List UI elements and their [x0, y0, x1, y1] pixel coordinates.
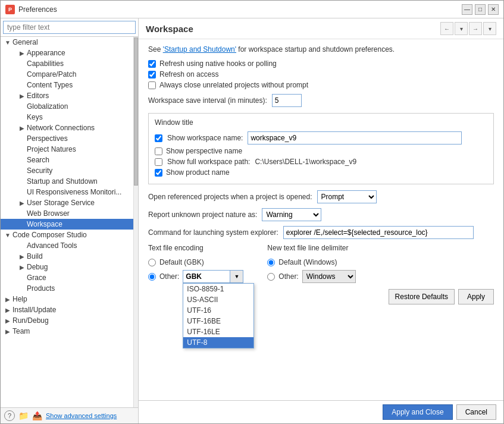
delimiter-default-radio[interactable] [267, 259, 275, 266]
minimize-button[interactable]: — [462, 4, 472, 15]
delimiter-other-select[interactable]: Windows Unix Mac [302, 270, 356, 283]
info-prefix: See [148, 45, 163, 54]
sidebar-item-debug[interactable]: ▶ Debug [1, 262, 133, 272]
search-input[interactable] [3, 21, 136, 34]
apply-close-button[interactable]: Apply and Close [383, 404, 452, 420]
always-close-checkbox[interactable] [148, 81, 156, 89]
encoding-option-utf16[interactable]: UTF-16 [183, 305, 253, 316]
sidebar-item-keys[interactable]: Keys [1, 112, 133, 123]
encoding-default-row: Default (GBK) [148, 258, 243, 266]
forward-dropdown-button[interactable]: ▾ [483, 22, 496, 35]
sidebar-label-network: Network Connections [27, 124, 95, 132]
sidebar-item-build[interactable]: ▶ Build [1, 251, 133, 262]
sidebar-item-general[interactable]: ▼ General [1, 37, 133, 48]
delimiter-other-radio[interactable] [267, 273, 275, 281]
sidebar-item-editors[interactable]: ▶ Editors [1, 90, 133, 101]
forward-button[interactable]: → [469, 22, 482, 35]
sidebar-item-user-storage[interactable]: ▶ User Storage Service [1, 197, 133, 208]
restore-defaults-button[interactable]: Restore Defaults [389, 289, 455, 304]
scrollbar-thumb[interactable] [134, 37, 138, 186]
encoding-option-utf8[interactable]: UTF-8 [183, 337, 253, 348]
close-button[interactable]: ✕ [488, 4, 499, 15]
expand-icon: ▶ [17, 50, 27, 56]
show-full-path-label: Show full workspace path: [167, 158, 250, 166]
show-product-checkbox[interactable] [155, 169, 162, 177]
save-interval-input[interactable] [272, 94, 302, 107]
sidebar-item-startup[interactable]: Startup and Shutdown [1, 176, 133, 187]
sidebar-item-products[interactable]: Products [1, 283, 133, 294]
expand-icon: ▶ [3, 307, 12, 313]
sidebar-item-capabilities[interactable]: Capabilities [1, 58, 133, 69]
sidebar-item-code-composer[interactable]: ▼ Code Composer Studio [1, 230, 133, 240]
sidebar-label-ui: UI Responsiveness Monitori... [27, 188, 121, 196]
sidebar-label-perspectives: Perspectives [27, 134, 68, 143]
maximize-button[interactable]: □ [475, 4, 486, 15]
delimiter-other-label: Other: [278, 272, 298, 281]
encoding-other-radio[interactable] [148, 273, 156, 281]
refresh-access-checkbox[interactable] [148, 71, 156, 78]
sidebar-item-grace[interactable]: Grace [1, 272, 133, 283]
startup-shutdown-link[interactable]: 'Startup and Shutdown' [163, 45, 236, 54]
back-button[interactable]: ← [440, 22, 453, 35]
show-workspace-checkbox[interactable] [155, 134, 162, 142]
command-input[interactable] [283, 226, 474, 239]
sidebar-item-globalization[interactable]: Globalization [1, 101, 133, 112]
panel-header: Workspace ← ▾ → ▾ [139, 18, 503, 39]
encoding-option-ascii[interactable]: US-ASCII [183, 294, 253, 305]
sidebar-item-run-debug[interactable]: ▶ Run/Debug [1, 315, 133, 326]
show-full-path-checkbox[interactable] [155, 158, 162, 166]
workspace-name-input[interactable] [248, 131, 462, 145]
sidebar-label-install: Install/Update [12, 306, 56, 314]
sidebar-item-team[interactable]: ▶ Team [1, 326, 133, 337]
encoding-default-radio[interactable] [148, 259, 156, 266]
sidebar-item-content-types[interactable]: Content Types [1, 80, 133, 90]
window-title: Preferences [18, 5, 57, 14]
encoding-default-label: Default (GBK) [159, 258, 204, 266]
refresh-native-checkbox[interactable] [148, 60, 156, 68]
report-nature-select[interactable]: Warning Error Info Ignore [262, 208, 321, 221]
sidebar-item-search[interactable]: Search [1, 155, 133, 165]
apply-button[interactable]: Apply [458, 289, 494, 304]
report-nature-row: Report unknown project nature as: Warnin… [148, 208, 494, 221]
sidebar-item-project-natures[interactable]: Project Natures [1, 144, 133, 155]
sidebar-item-web-browser[interactable]: Web Browser [1, 208, 133, 219]
encoding-combo: ▼ ISO-8859-1 US-ASCII UTF-16 UTF-16BE UT… [183, 270, 243, 283]
back-dropdown-button[interactable]: ▾ [455, 22, 468, 35]
encoding-combo-dropdown-btn[interactable]: ▼ [230, 270, 243, 283]
sidebar-item-help[interactable]: ▶ Help [1, 294, 133, 304]
expand-icon: ▶ [17, 264, 27, 271]
refresh-native-label: Refresh using native hooks or polling [159, 59, 277, 68]
encoding-option-iso[interactable]: ISO-8859-1 [183, 284, 253, 294]
panel-footer: Apply and Close Cancel [139, 400, 503, 423]
refresh-native-row: Refresh using native hooks or polling [148, 59, 494, 68]
encoding-option-utf16be[interactable]: UTF-16BE [183, 316, 253, 326]
expand-icon: ▶ [17, 125, 27, 131]
sidebar-label-build: Build [27, 252, 43, 260]
show-perspective-checkbox[interactable] [155, 147, 162, 155]
sidebar-item-advanced-tools[interactable]: Advanced Tools [1, 240, 133, 251]
sidebar-item-compare-patch[interactable]: Compare/Patch [1, 69, 133, 80]
sidebar-item-install[interactable]: ▶ Install/Update [1, 304, 133, 315]
encoding-option-utf16le[interactable]: UTF-16LE [183, 326, 253, 337]
sidebar-label-web: Web Browser [27, 209, 70, 218]
expand-icon: ▶ [3, 328, 12, 335]
cancel-button[interactable]: Cancel [456, 404, 496, 420]
help-icon[interactable]: ? [4, 410, 15, 421]
text-encoding-col: Text file encoding Default (GBK) Other: [148, 244, 243, 283]
sidebar-scrollbar[interactable] [133, 37, 138, 407]
sidebar-item-perspectives[interactable]: Perspectives [1, 133, 133, 144]
sidebar-item-network[interactable]: ▶ Network Connections [1, 123, 133, 133]
sidebar-item-appearance[interactable]: ▶ Appearance [1, 48, 133, 58]
title-bar-left: P Preferences [5, 5, 57, 14]
show-product-label: Show product name [166, 168, 230, 177]
sidebar-item-ui-responsiveness[interactable]: UI Responsiveness Monitori... [1, 187, 133, 197]
encoding-combo-container: ▼ [183, 270, 243, 283]
sidebar-item-security[interactable]: Security [1, 165, 133, 176]
open-projects-select[interactable]: Prompt Always Never [317, 190, 377, 203]
right-panel: Workspace ← ▾ → ▾ See 'Startup and Shutd… [139, 18, 503, 423]
expand-icon: ▼ [3, 232, 12, 238]
sidebar-item-workspace[interactable]: Workspace [1, 219, 133, 230]
show-advanced-link[interactable]: Show advanced settings [46, 412, 117, 419]
encoding-combo-input[interactable] [183, 270, 230, 283]
refresh-access-row: Refresh on access [148, 70, 494, 78]
